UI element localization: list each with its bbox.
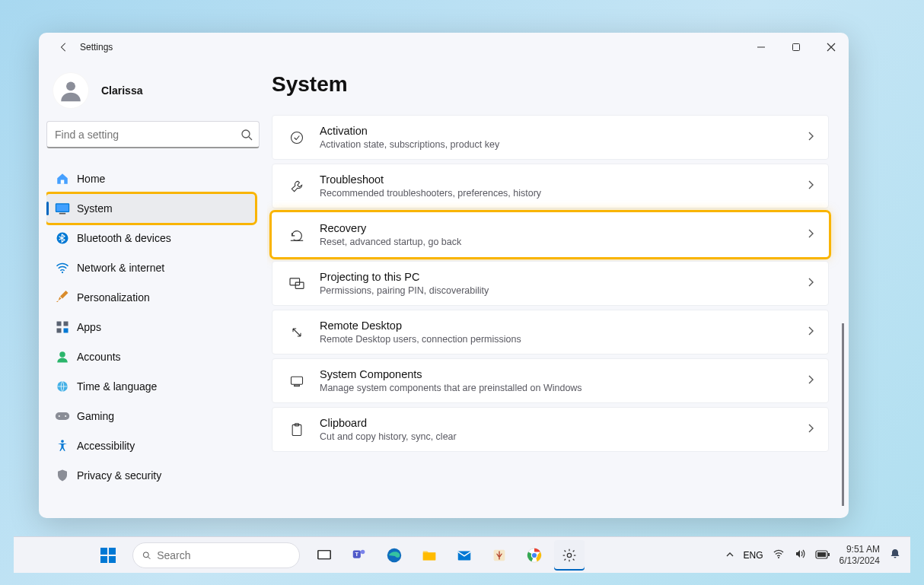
mail-icon[interactable] [449, 540, 480, 571]
chevron-right-icon [807, 423, 814, 437]
gaming-icon [51, 411, 74, 421]
sidebar-item-apps[interactable]: Apps [46, 313, 255, 342]
maximize-button[interactable] [779, 33, 814, 62]
settings-taskbar-icon[interactable] [554, 540, 585, 571]
file-explorer-icon[interactable] [414, 540, 444, 571]
sidebar: Clarissa HomeSystemBluetooth & devicesNe… [39, 62, 267, 518]
setting-item-title: Remote Desktop [320, 320, 793, 332]
sidebar-item-bluetooth[interactable]: Bluetooth & devices [46, 224, 255, 253]
sidebar-item-label: Accessibility [77, 440, 135, 452]
setting-item-remote-desktop[interactable]: Remote DesktopRemote Desktop users, conn… [272, 310, 829, 354]
svg-point-18 [59, 415, 60, 417]
privacy-security-icon [51, 469, 74, 482]
close-button[interactable] [814, 33, 849, 62]
language-indicator[interactable]: ENG [744, 550, 763, 561]
taskbar: T ENG [14, 536, 910, 573]
chrome-icon[interactable] [519, 540, 550, 571]
volume-icon[interactable] [794, 548, 806, 563]
svg-rect-8 [59, 213, 65, 215]
system-components-icon [288, 372, 306, 390]
svg-point-10 [62, 272, 63, 273]
svg-point-32 [144, 552, 149, 557]
svg-rect-28 [100, 548, 107, 555]
svg-point-21 [292, 132, 303, 143]
setting-item-title: Projecting to this PC [320, 271, 793, 283]
task-view-icon[interactable] [309, 540, 339, 571]
sidebar-item-time-language[interactable]: Time & language [46, 372, 255, 401]
svg-point-15 [59, 351, 65, 358]
taskbar-search[interactable] [132, 542, 300, 568]
minimize-button[interactable] [744, 33, 779, 62]
setting-item-troubleshoot[interactable]: TroubleshootRecommended troubleshooters,… [272, 164, 829, 208]
sidebar-item-label: Privacy & security [77, 469, 161, 482]
svg-rect-7 [56, 205, 69, 211]
setting-item-subtitle: Cut and copy history, sync, clear [320, 431, 793, 442]
svg-point-38 [361, 549, 365, 554]
notifications-icon[interactable] [889, 548, 901, 563]
svg-text:T: T [355, 551, 359, 558]
time-language-icon [51, 380, 74, 393]
sidebar-item-label: Accounts [77, 351, 121, 363]
sidebar-item-label: Gaming [77, 410, 114, 422]
svg-rect-17 [56, 412, 69, 420]
bluetooth-icon [51, 231, 74, 245]
setting-item-projecting[interactable]: Projecting to this PCPermissions, pairin… [272, 261, 829, 306]
sidebar-item-privacy-security[interactable]: Privacy & security [46, 461, 255, 490]
sidebar-item-accounts[interactable]: Accounts [46, 342, 255, 371]
profile-area[interactable]: Clarissa [46, 66, 260, 121]
avatar [53, 72, 89, 109]
content-scrollbar-thumb[interactable] [842, 323, 844, 506]
battery-icon[interactable] [815, 548, 830, 562]
svg-point-2 [66, 81, 75, 91]
setting-item-title: Troubleshoot [320, 173, 793, 186]
sidebar-item-accessibility[interactable]: Accessibility [46, 431, 255, 460]
sidebar-item-label: Home [77, 173, 105, 185]
setting-item-system-components[interactable]: System ComponentsManage system component… [272, 358, 829, 403]
sidebar-item-gaming[interactable]: Gaming [46, 402, 255, 431]
taskbar-search-input[interactable] [157, 549, 290, 561]
main-content: System ActivationActivation state, subsc… [267, 62, 849, 518]
setting-item-subtitle: Remote Desktop users, connection permiss… [320, 334, 793, 345]
svg-point-47 [568, 553, 572, 557]
chevron-right-icon [807, 326, 814, 339]
svg-rect-29 [109, 548, 116, 555]
apps-icon [51, 320, 74, 334]
wifi-icon[interactable] [773, 548, 785, 563]
start-button[interactable] [93, 540, 123, 571]
user-name: Clarissa [101, 84, 142, 97]
svg-line-4 [249, 137, 252, 140]
setting-item-clipboard[interactable]: ClipboardCut and copy history, sync, cle… [272, 407, 829, 452]
svg-point-3 [242, 130, 250, 138]
sidebar-item-network[interactable]: Network & internet [46, 253, 255, 282]
sidebar-item-label: Bluetooth & devices [77, 232, 171, 244]
titlebar: Settings [39, 33, 849, 62]
chevron-right-icon [807, 228, 814, 242]
search-box[interactable] [46, 121, 260, 148]
setting-item-title: System Components [320, 368, 793, 380]
nav-list: HomeSystemBluetooth & devicesNetwork & i… [46, 164, 260, 510]
network-icon [51, 261, 74, 275]
setting-item-activation[interactable]: ActivationActivation state, subscription… [272, 115, 829, 160]
sidebar-item-label: System [77, 202, 113, 215]
settings-window: Settings Clarissa [39, 33, 849, 518]
home-icon [51, 172, 74, 186]
setting-item-recovery[interactable]: RecoveryReset, advanced startup, go back [272, 212, 829, 257]
sidebar-item-personalization[interactable]: Personalization [46, 283, 255, 312]
svg-rect-40 [423, 552, 436, 560]
svg-rect-30 [100, 556, 107, 563]
back-button[interactable] [53, 42, 75, 52]
sidebar-item-home[interactable]: Home [46, 164, 255, 193]
sidebar-item-system[interactable]: System [46, 194, 255, 223]
pinned-app-icon[interactable] [484, 540, 515, 571]
svg-rect-25 [295, 385, 300, 386]
search-icon [142, 549, 151, 561]
setting-item-subtitle: Manage system components that are preins… [320, 383, 793, 393]
date: 6/13/2024 [840, 555, 880, 566]
search-input[interactable] [55, 129, 241, 141]
chevron-right-icon [807, 374, 814, 388]
clock[interactable]: 9:51 AM 6/13/2024 [840, 544, 880, 566]
teams-icon[interactable]: T [344, 540, 374, 571]
accessibility-icon [51, 439, 74, 453]
edge-icon[interactable] [379, 540, 409, 571]
tray-chevron-icon[interactable] [725, 548, 734, 562]
